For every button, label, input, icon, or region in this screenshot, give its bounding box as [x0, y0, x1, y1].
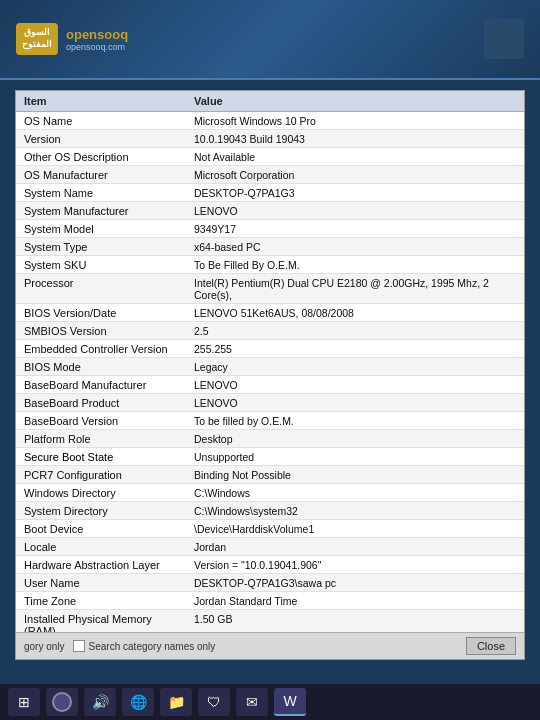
table-cell-value: C:\Windows\system32: [186, 502, 524, 520]
table-cell-value: Intel(R) Pentium(R) Dual CPU E2180 @ 2.0…: [186, 274, 524, 304]
logo-line1: السوق: [24, 27, 50, 37]
table-row: System ManufacturerLENOVO: [16, 202, 524, 220]
table-cell-value: Not Available: [186, 148, 524, 166]
table-cell-item: Time Zone: [16, 592, 186, 610]
table-cell-value: Microsoft Windows 10 Pro: [186, 112, 524, 130]
table-header-row: Item Value: [16, 91, 524, 112]
table-cell-item: PCR7 Configuration: [16, 466, 186, 484]
table-row: Windows DirectoryC:\Windows: [16, 484, 524, 502]
table-container: Item Value OS NameMicrosoft Windows 10 P…: [16, 91, 524, 632]
table-row: Other OS DescriptionNot Available: [16, 148, 524, 166]
table-cell-item: Embedded Controller Version: [16, 340, 186, 358]
table-cell-value: 255.255: [186, 340, 524, 358]
table-row: LocaleJordan: [16, 538, 524, 556]
start-button[interactable]: ⊞: [8, 688, 40, 716]
search-checkbox[interactable]: [73, 640, 85, 652]
table-cell-item: OS Name: [16, 112, 186, 130]
table-cell-item: User Name: [16, 574, 186, 592]
table-cell-item: Windows Directory: [16, 484, 186, 502]
main-content: Item Value OS NameMicrosoft Windows 10 P…: [15, 90, 525, 660]
table-cell-value: To Be Filled By O.E.M.: [186, 256, 524, 274]
table-cell-item: BIOS Version/Date: [16, 304, 186, 322]
table-row: OS ManufacturerMicrosoft Corporation: [16, 166, 524, 184]
sound-button[interactable]: 🔊: [84, 688, 116, 716]
table-row: Platform RoleDesktop: [16, 430, 524, 448]
table-cell-value: LENOVO: [186, 394, 524, 412]
table-row: PCR7 ConfigurationBinding Not Possible: [16, 466, 524, 484]
table-cell-value: 2.5: [186, 322, 524, 340]
mail-button[interactable]: ✉: [236, 688, 268, 716]
table-cell-item: System Name: [16, 184, 186, 202]
table-cell-item: System Manufacturer: [16, 202, 186, 220]
table-cell-value: Jordan: [186, 538, 524, 556]
top-icon: [484, 19, 524, 59]
top-bar: السوق المفتوح opensooq opensooq.com: [0, 0, 540, 80]
table-row: BIOS Version/DateLENOVO 51Ket6AUS, 08/08…: [16, 304, 524, 322]
close-button[interactable]: Close: [466, 637, 516, 655]
table-row: System NameDESKTOP-Q7PA1G3: [16, 184, 524, 202]
table-cell-item: Boot Device: [16, 520, 186, 538]
logo-box: السوق المفتوح: [16, 23, 58, 54]
bottom-bar: gory only Search category names only Clo…: [16, 632, 524, 659]
browser-button[interactable]: 🌐: [122, 688, 154, 716]
table-row: System SKUTo Be Filled By O.E.M.: [16, 256, 524, 274]
table-cell-item: System Type: [16, 238, 186, 256]
table-row: Version10.0.19043 Build 19043: [16, 130, 524, 148]
table-cell-value: Microsoft Corporation: [186, 166, 524, 184]
table-cell-item: Other OS Description: [16, 148, 186, 166]
table-cell-value: Desktop: [186, 430, 524, 448]
logo-text: opensooq: [66, 27, 128, 42]
word-button[interactable]: W: [274, 688, 306, 716]
table-row: System Typex64-based PC: [16, 238, 524, 256]
table-cell-item: BaseBoard Version: [16, 412, 186, 430]
table-row: BIOS ModeLegacy: [16, 358, 524, 376]
table-row: Installed Physical Memory (RAM)1.50 GB: [16, 610, 524, 633]
table-cell-item: Processor: [16, 274, 186, 304]
table-cell-value: x64-based PC: [186, 238, 524, 256]
col-header-value: Value: [186, 91, 524, 112]
search-check-area[interactable]: Search category names only: [73, 640, 216, 652]
table-row: BaseBoard VersionTo be filled by O.E.M.: [16, 412, 524, 430]
table-row: BaseBoard ProductLENOVO: [16, 394, 524, 412]
table-row: Secure Boot StateUnsupported: [16, 448, 524, 466]
search-category-label: Search category names only: [89, 641, 216, 652]
search-taskbar-button[interactable]: [46, 688, 78, 716]
files-button[interactable]: 📁: [160, 688, 192, 716]
table-cell-item: Hardware Abstraction Layer: [16, 556, 186, 574]
table-row: System DirectoryC:\Windows\system32: [16, 502, 524, 520]
table-row: Boot Device\Device\HarddiskVolume1: [16, 520, 524, 538]
table-cell-item: Secure Boot State: [16, 448, 186, 466]
logo-line2: المفتوح: [22, 39, 52, 49]
category-label: gory only: [24, 641, 65, 652]
table-cell-value: LENOVO 51Ket6AUS, 08/08/2008: [186, 304, 524, 322]
logo-area: السوق المفتوح opensooq opensooq.com: [16, 23, 128, 54]
table-cell-item: System Directory: [16, 502, 186, 520]
table-row: Time ZoneJordan Standard Time: [16, 592, 524, 610]
table-cell-value: 1.50 GB: [186, 610, 524, 633]
system-info-table: Item Value OS NameMicrosoft Windows 10 P…: [16, 91, 524, 632]
table-cell-value: DESKTOP-Q7PA1G3: [186, 184, 524, 202]
table-row: SMBIOS Version2.5: [16, 322, 524, 340]
table-cell-value: LENOVO: [186, 202, 524, 220]
table-row: System Model9349Y17: [16, 220, 524, 238]
table-cell-value: Version = "10.0.19041.906": [186, 556, 524, 574]
table-cell-item: Installed Physical Memory (RAM): [16, 610, 186, 633]
table-row: Embedded Controller Version255.255: [16, 340, 524, 358]
table-cell-value: LENOVO: [186, 376, 524, 394]
search-circle-icon: [52, 692, 72, 712]
table-cell-item: OS Manufacturer: [16, 166, 186, 184]
logo-sub: opensooq.com: [66, 42, 128, 52]
table-cell-item: System SKU: [16, 256, 186, 274]
table-cell-item: BIOS Mode: [16, 358, 186, 376]
table-row: User NameDESKTOP-Q7PA1G3\sawa pc: [16, 574, 524, 592]
taskbar: ⊞ 🔊 🌐 📁 🛡 ✉ W: [0, 684, 540, 720]
table-cell-value: 9349Y17: [186, 220, 524, 238]
shield-button[interactable]: 🛡: [198, 688, 230, 716]
table-row: BaseBoard ManufacturerLENOVO: [16, 376, 524, 394]
table-cell-value: 10.0.19043 Build 19043: [186, 130, 524, 148]
table-cell-value: Unsupported: [186, 448, 524, 466]
col-header-item: Item: [16, 91, 186, 112]
table-row: Hardware Abstraction LayerVersion = "10.…: [16, 556, 524, 574]
table-cell-value: \Device\HarddiskVolume1: [186, 520, 524, 538]
table-cell-value: Binding Not Possible: [186, 466, 524, 484]
